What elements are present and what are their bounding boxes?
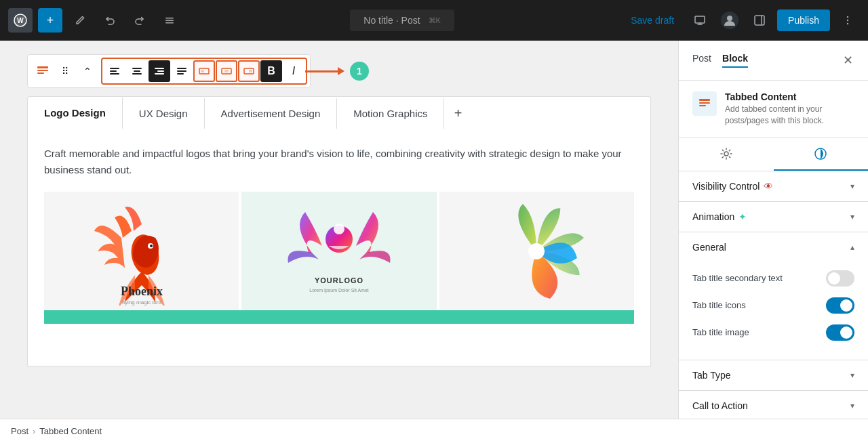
svg-rect-20 <box>134 70 140 72</box>
svg-text:flying magic bird: flying magic bird <box>122 299 161 305</box>
svg-rect-29 <box>201 70 204 72</box>
svg-rect-3 <box>165 20 174 22</box>
general-header[interactable]: General <box>679 232 868 262</box>
sidebar-icon-tabs <box>679 138 868 171</box>
svg-rect-15 <box>37 72 44 74</box>
secondary-text-toggle[interactable] <box>826 270 854 287</box>
tab-type-title: Tab Type <box>692 370 731 381</box>
list-view-button[interactable] <box>157 8 182 33</box>
svg-rect-47 <box>699 105 706 106</box>
svg-text:W: W <box>17 17 24 24</box>
call-to-action-section: Call to Action <box>679 391 868 419</box>
call-to-action-title: Call to Action <box>692 400 748 411</box>
sidebar-close-button[interactable]: ✕ <box>842 51 854 69</box>
step-badge: 1 <box>350 62 369 81</box>
block-type-group: ⠿ ⌃ <box>31 60 100 82</box>
sidebar-tab-block[interactable]: Block <box>722 53 748 68</box>
breadcrumb-post[interactable]: Post <box>11 426 28 436</box>
svg-rect-13 <box>37 66 48 68</box>
settings-icon-tab[interactable] <box>679 138 774 171</box>
block-description: Add tabbed content in your posts/pages w… <box>725 104 854 127</box>
block-title: Tabbed Content <box>725 91 854 102</box>
visibility-chevron <box>850 182 854 191</box>
image-label: Tab title image <box>692 327 749 337</box>
logo-cell-circle <box>439 192 634 310</box>
call-to-action-header[interactable]: Call to Action <box>679 391 868 419</box>
bold-button[interactable]: B <box>260 60 282 82</box>
general-content: Tab title secondary text Tab title icons… <box>679 262 868 360</box>
tab-align-left-button[interactable] <box>193 60 215 82</box>
align-justify-button[interactable] <box>171 60 193 82</box>
tab-logo-design[interactable]: Logo Design <box>28 98 123 129</box>
svg-rect-31 <box>224 70 229 72</box>
move-up-down[interactable]: ⌃ <box>77 60 98 82</box>
tab-type-section: Tab Type <box>679 360 868 391</box>
preview-button[interactable] <box>688 8 712 33</box>
alignment-format-group: B I <box>101 58 307 85</box>
align-right-button[interactable] <box>149 60 170 82</box>
edit-pen-button[interactable] <box>68 8 92 33</box>
animation-section: Animation ✦ <box>679 202 868 232</box>
publish-button[interactable]: Publish <box>777 9 830 31</box>
tab-type-header[interactable]: Tab Type <box>679 360 868 390</box>
tab-ux-design[interactable]: UX Design <box>123 98 205 129</box>
svg-point-37 <box>150 245 153 247</box>
svg-text:Lorem Ipsum Dolor Sit Amet: Lorem Ipsum Dolor Sit Amet <box>309 288 369 293</box>
tab-align-right-button[interactable] <box>238 60 260 82</box>
secondary-text-label: Tab title secondary text <box>692 273 783 283</box>
animation-header[interactable]: Animation ✦ <box>679 202 868 232</box>
svg-rect-14 <box>37 70 48 71</box>
svg-rect-8 <box>755 16 764 25</box>
call-to-action-chevron <box>850 401 854 410</box>
visibility-control-header[interactable]: Visibility Control 👁 <box>679 171 868 201</box>
sidebar-toggle-button[interactable] <box>747 8 772 33</box>
svg-point-10 <box>847 16 848 18</box>
svg-text:YOURLOGO: YOURLOGO <box>315 276 363 284</box>
teal-divider <box>44 310 634 324</box>
image-toggle[interactable] <box>826 324 854 341</box>
tab-type-chevron <box>850 371 854 380</box>
tab-align-center-button[interactable] <box>216 60 237 82</box>
italic-button[interactable]: I <box>283 60 304 82</box>
icons-toggle-row: Tab title icons <box>692 297 854 314</box>
align-left-button[interactable] <box>104 60 125 82</box>
align-center-button[interactable] <box>126 60 148 82</box>
svg-rect-23 <box>157 70 164 72</box>
block-toolbar: ⠿ ⌃ <box>27 54 311 88</box>
tab-advertisement-design[interactable]: Advertisement Design <box>205 98 338 129</box>
icons-toggle[interactable] <box>826 297 854 314</box>
content-area: ⠿ ⌃ <box>0 41 678 419</box>
svg-rect-18 <box>110 73 119 75</box>
redo-button[interactable] <box>127 8 152 33</box>
more-options-button[interactable] <box>835 8 860 33</box>
sidebar-header: Post Block ✕ <box>679 41 868 81</box>
save-draft-button[interactable]: Save draft <box>623 11 682 30</box>
tab-motion-graphics[interactable]: Motion Graphics <box>337 98 444 129</box>
add-block-button[interactable]: + <box>38 8 62 33</box>
general-chevron <box>850 242 854 252</box>
undo-button[interactable] <box>98 8 122 33</box>
sidebar: Post Block ✕ Tabbed Content Add tabbed c… <box>678 41 868 419</box>
topbar-right-actions: Save draft Publish <box>623 8 860 33</box>
sidebar-tab-post[interactable]: Post <box>692 53 711 68</box>
sidebar-tab-group: Post Block <box>692 53 748 68</box>
document-title-area: No title · Post ⌘K <box>187 9 617 31</box>
block-type-button[interactable] <box>32 60 54 82</box>
general-section: General Tab title secondary text Tab tit… <box>679 232 868 360</box>
bottom-bar: Post › Tabbed Content <box>0 419 868 443</box>
add-tab-button[interactable]: + <box>444 97 471 129</box>
style-icon-tab[interactable] <box>774 138 869 171</box>
circle-logo-image <box>482 197 591 305</box>
visibility-control-title: Visibility Control <box>692 181 760 192</box>
logo-cell-phoenix: Phoenix flying magic bird <box>44 192 239 310</box>
post-title-text: No title · Post <box>363 15 420 26</box>
svg-rect-25 <box>177 68 186 69</box>
svg-rect-46 <box>699 102 710 104</box>
drag-handle[interactable]: ⠿ <box>54 60 76 82</box>
title-display[interactable]: No title · Post ⌘K <box>350 9 454 31</box>
breadcrumb-current[interactable]: Tabbed Content <box>39 426 102 436</box>
block-info-text: Tabbed Content Add tabbed content in you… <box>725 91 854 127</box>
wp-logo-icon[interactable]: W <box>8 8 33 33</box>
svg-rect-19 <box>132 68 142 69</box>
avatar-button[interactable] <box>717 8 742 33</box>
